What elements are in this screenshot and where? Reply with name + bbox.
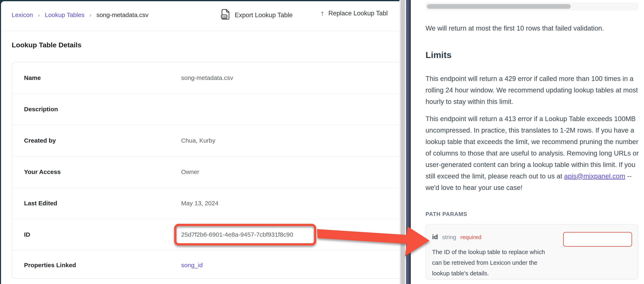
param-description: The ID of the lookup table to replace wh… xyxy=(432,247,551,279)
detail-row-last-edited: Last Edited May 13, 2024 xyxy=(12,187,400,219)
lexicon-window: Lexicon › Lookup Tables › song-metadata.… xyxy=(1,1,400,284)
export-button-label: Export Lookup Table xyxy=(235,11,293,19)
param-type: string xyxy=(442,234,456,240)
breadcrumb: Lexicon › Lookup Tables › song-metadata.… xyxy=(12,11,148,18)
horizontal-scrollbar-thumb[interactable] xyxy=(427,4,571,9)
lookup-table-id-value: 25d7f2b6-6901-4e8a-9457-7cbf931f8c90 xyxy=(181,231,293,238)
breadcrumb-separator: › xyxy=(90,12,92,18)
breadcrumb-current-file: song-metadata.csv xyxy=(96,11,148,18)
detail-row-description: Description xyxy=(12,93,400,125)
detail-label: Name xyxy=(24,74,41,81)
detail-label: Properties Linked xyxy=(24,262,76,269)
param-required-badge: required xyxy=(460,234,482,240)
breadcrumb-link-lookup-tables[interactable]: Lookup Tables xyxy=(45,11,84,18)
breadcrumb-separator: › xyxy=(38,12,40,18)
detail-row-properties-linked: Properties Linked song_id xyxy=(12,250,400,280)
screenshot-root: Lexicon › Lookup Tables › song-metadata.… xyxy=(0,0,644,284)
detail-row-created-by: Created by Chua, Kurby xyxy=(12,125,400,156)
breadcrumb-link-lexicon[interactable]: Lexicon xyxy=(12,11,33,18)
detail-row-id: ID 25d7f2b6-6901-4e8a-9457-7cbf931f8c90 xyxy=(12,219,400,250)
detail-label: Description xyxy=(24,106,58,113)
limits-paragraph-413: This endpoint will return a 413 error if… xyxy=(426,113,640,193)
detail-label: Your Access xyxy=(24,168,60,175)
detail-label: Created by xyxy=(24,137,56,144)
detail-value: Chua, Kurby xyxy=(181,137,216,144)
validation-note-paragraph: We will return at most the first 10 rows… xyxy=(426,22,639,34)
path-params-section-label: PATH PARAMS xyxy=(426,211,467,217)
limits-heading: Limits xyxy=(426,50,452,60)
linked-property-link[interactable]: song_id xyxy=(181,262,203,269)
param-name-row: id string required xyxy=(432,233,482,241)
limits-paragraph-text: This endpoint will return a 413 error if… xyxy=(426,115,639,180)
limits-paragraph-429: This endpoint will return a 429 error if… xyxy=(426,73,639,107)
path-param-card: id string required The ID of the lookup … xyxy=(426,224,638,280)
detail-value: May 13, 2024 xyxy=(181,200,218,207)
page-title: Lookup Table Details xyxy=(12,41,81,49)
csv-file-icon: csv xyxy=(221,9,230,21)
replace-button-label: Replace Lookup Tabl xyxy=(328,10,388,17)
lookup-table-details-card: Name song-metadata.csv Description Creat… xyxy=(12,62,400,279)
detail-row-your-access: Your Access Owner xyxy=(12,156,400,187)
detail-row-name: Name song-metadata.csv xyxy=(12,62,400,93)
replace-lookup-table-button[interactable]: ↑ Replace Lookup Tabl xyxy=(320,9,388,18)
detail-value: Owner xyxy=(181,168,199,175)
lexicon-header: Lexicon › Lookup Tables › song-metadata.… xyxy=(1,1,400,31)
param-name: id xyxy=(432,233,438,241)
horizontal-scrollbar-track[interactable] xyxy=(426,3,638,10)
docs-window: We will return at most the first 10 rows… xyxy=(411,0,644,284)
left-window-vertical-scrollbar[interactable] xyxy=(400,0,405,284)
detail-label: Last Edited xyxy=(24,200,57,207)
detail-value: song-metadata.csv xyxy=(181,74,233,81)
detail-label: ID xyxy=(24,231,30,238)
upload-arrow-icon: ↑ xyxy=(320,9,324,18)
id-param-input[interactable] xyxy=(563,232,632,247)
support-email-link[interactable]: apis@mixpanel.com xyxy=(564,172,625,180)
window-divider-bar xyxy=(406,0,411,284)
svg-text:csv: csv xyxy=(222,15,226,18)
export-lookup-table-button[interactable]: csv Export Lookup Table xyxy=(221,9,293,21)
